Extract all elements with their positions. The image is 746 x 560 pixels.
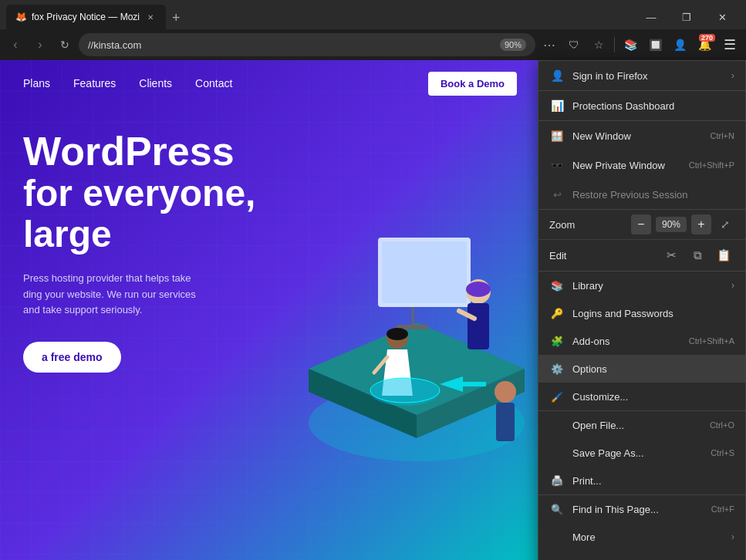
options-icon: ⚙️: [549, 361, 565, 376]
sign-in-arrow-icon: ›: [731, 70, 734, 81]
zoom-row: Zoom − 90% + ⤢: [538, 210, 745, 239]
tab-active[interactable]: 🦊 fox Privacy Notice — Mozi ✕: [6, 5, 166, 29]
svg-rect-10: [468, 303, 489, 349]
synced-tabs-button[interactable]: 🔲: [644, 34, 666, 56]
sign-in-item[interactable]: 👤 Sign in to Firefox ›: [538, 61, 745, 90]
tab-close-icon[interactable]: ✕: [144, 11, 157, 23]
notification-badge: 270: [699, 34, 715, 42]
more-icon: [549, 529, 565, 545]
hero-illustration: [293, 99, 540, 500]
website-content: Plans Features Clients Contact Book a De…: [0, 60, 540, 560]
protections-item[interactable]: 📊 Protections Dashboard: [538, 91, 745, 120]
hero-description: Press hosting provider that helps takedi…: [23, 271, 239, 319]
hamburger-menu-button[interactable]: ☰: [718, 33, 741, 56]
sign-in-icon: 👤: [549, 68, 565, 83]
window-controls: — ❐ ✕: [633, 5, 740, 29]
address-bar[interactable]: //kinsta.com 90%: [79, 33, 535, 56]
zoom-indicator: 90%: [500, 39, 526, 51]
library-button[interactable]: 📚: [619, 34, 641, 56]
more-tools-button[interactable]: ⋯: [538, 34, 560, 56]
open-file-item[interactable]: · Open File... Ctrl+O: [538, 411, 745, 439]
menu-section-search: 🔍 Find in This Page... Ctrl+F More › Web…: [538, 495, 745, 560]
library-icon: 📚: [549, 278, 565, 293]
addons-shortcut: Ctrl+Shift+A: [689, 336, 734, 346]
new-private-item[interactable]: 🕶️ New Private Window Ctrl+Shift+P: [538, 150, 745, 180]
copy-button[interactable]: ⧉: [687, 245, 708, 266]
bookmark-button[interactable]: ☆: [588, 34, 609, 56]
firefox-menu: 👤 Sign in to Firefox › 📊 Protections Das…: [538, 60, 746, 560]
protections-label: Protections Dashboard: [572, 100, 734, 112]
find-item[interactable]: 🔍 Find in This Page... Ctrl+F: [538, 495, 745, 523]
customize-item[interactable]: 🖌️ Customize...: [538, 383, 745, 410]
zoom-minus-button[interactable]: −: [631, 214, 651, 234]
find-shortcut: Ctrl+F: [711, 504, 734, 514]
maximize-button[interactable]: ❐: [669, 5, 704, 29]
paste-button[interactable]: 📋: [713, 245, 734, 266]
reload-button[interactable]: ↻: [54, 34, 76, 56]
new-window-label: New Window: [572, 130, 703, 142]
options-item[interactable]: ⚙️ Options: [538, 355, 745, 383]
restore-session-icon: ↩: [549, 187, 565, 202]
svg-point-16: [495, 381, 516, 403]
find-icon: 🔍: [549, 501, 565, 517]
save-page-item[interactable]: · Save Page As... Ctrl+S: [538, 439, 745, 467]
minimize-button[interactable]: —: [633, 5, 669, 29]
addons-icon: 🧩: [549, 333, 565, 349]
library-arrow-icon: ›: [731, 280, 734, 291]
logins-label: Logins and Passwords: [572, 308, 734, 319]
restore-session-item[interactable]: ↩ Restore Previous Session: [538, 180, 745, 209]
print-icon: 🖨️: [549, 473, 565, 488]
new-tab-button[interactable]: +: [166, 7, 187, 29]
zoom-plus-button[interactable]: +: [691, 214, 711, 234]
logins-icon: 🔑: [549, 305, 565, 321]
tab-title: fox Privacy Notice — Mozi: [32, 12, 140, 22]
new-private-label: New Private Window: [572, 160, 681, 171]
open-file-label: Open File...: [572, 420, 702, 431]
options-label: Options: [572, 363, 734, 375]
edit-label: Edit: [549, 250, 566, 261]
new-window-item[interactable]: 🪟 New Window Ctrl+N: [538, 121, 745, 150]
save-page-icon: ·: [549, 445, 565, 460]
customize-icon: 🖌️: [549, 389, 565, 404]
close-button[interactable]: ✕: [704, 5, 740, 29]
address-bar-row: ‹ › ↻ //kinsta.com 90% ⋯ 🛡 ☆ 📚 🔲 👤 🔔 270…: [0, 29, 746, 60]
new-private-icon: 🕶️: [549, 157, 565, 173]
logins-item[interactable]: 🔑 Logins and Passwords: [538, 299, 745, 327]
forward-button[interactable]: ›: [29, 34, 51, 56]
more-item[interactable]: More ›: [538, 523, 745, 551]
addons-item[interactable]: 🧩 Add-ons Ctrl+Shift+A: [538, 327, 745, 355]
customize-label: Customize...: [572, 391, 734, 403]
container-button[interactable]: 🛡: [563, 34, 585, 56]
zoom-expand-button[interactable]: ⤢: [716, 215, 734, 234]
account-button[interactable]: 👤: [669, 34, 690, 56]
save-page-label: Save Page As...: [572, 447, 703, 459]
library-label: Library: [572, 280, 724, 292]
svg-point-12: [466, 282, 491, 297]
library-item[interactable]: 📚 Library ›: [538, 272, 745, 299]
edit-row: Edit ✂ ⧉ 📋: [538, 239, 745, 271]
menu-section-file: · Open File... Ctrl+O · Save Page As... …: [538, 411, 745, 495]
cut-button[interactable]: ✂: [660, 245, 682, 266]
web-developer-item[interactable]: Web Developer ›: [538, 551, 745, 560]
notification-icon-container[interactable]: 🔔 270: [694, 34, 715, 56]
svg-point-15: [387, 328, 408, 340]
tab-favicon: 🦊: [15, 12, 27, 22]
back-button[interactable]: ‹: [5, 34, 26, 56]
menu-section-windows: 🪟 New Window Ctrl+N 🕶️ New Private Windo…: [538, 121, 745, 210]
zoom-value: 90%: [656, 217, 687, 232]
open-file-icon: ·: [549, 417, 565, 433]
addons-label: Add-ons: [572, 336, 681, 347]
more-arrow-icon: ›: [731, 531, 734, 542]
protections-icon: 📊: [549, 98, 565, 113]
menu-section-account: 👤 Sign in to Firefox ›: [538, 61, 745, 91]
save-page-shortcut: Ctrl+S: [711, 448, 734, 457]
print-item[interactable]: 🖨️ Print...: [538, 467, 745, 494]
more-label: More: [572, 531, 724, 543]
zoom-label: Zoom: [549, 219, 575, 231]
web-developer-icon: [549, 557, 565, 560]
menu-section-tools: 📚 Library › 🔑 Logins and Passwords 🧩 Add…: [538, 272, 745, 411]
svg-rect-6: [382, 241, 467, 303]
new-window-shortcut: Ctrl+N: [711, 131, 734, 140]
find-label: Find in This Page...: [572, 504, 704, 515]
menu-section-protections: 📊 Protections Dashboard: [538, 91, 745, 121]
